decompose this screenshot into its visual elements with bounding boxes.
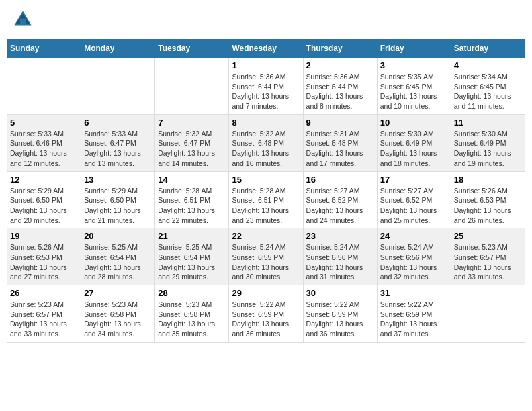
calendar-day [7, 58, 81, 115]
day-info: Sunrise: 5:31 AM Sunset: 6:48 PM Dayligh… [306, 129, 374, 169]
weekday-header: Saturday [451, 40, 525, 58]
day-info: Sunrise: 5:33 AM Sunset: 6:47 PM Dayligh… [84, 129, 152, 169]
calendar-day: 21Sunrise: 5:25 AM Sunset: 6:54 PM Dayli… [155, 228, 229, 285]
day-number: 30 [306, 288, 374, 298]
day-info: Sunrise: 5:26 AM Sunset: 6:53 PM Dayligh… [454, 186, 522, 226]
calendar-day: 27Sunrise: 5:23 AM Sunset: 6:58 PM Dayli… [81, 285, 155, 342]
day-info: Sunrise: 5:25 AM Sunset: 6:54 PM Dayligh… [84, 242, 152, 282]
svg-rect-2 [20, 19, 26, 24]
calendar-day: 26Sunrise: 5:23 AM Sunset: 6:57 PM Dayli… [7, 285, 81, 342]
day-number: 22 [232, 231, 300, 241]
day-number: 4 [454, 60, 522, 71]
calendar-day: 19Sunrise: 5:26 AM Sunset: 6:53 PM Dayli… [7, 228, 81, 285]
day-number: 19 [10, 231, 78, 241]
calendar-day: 22Sunrise: 5:24 AM Sunset: 6:55 PM Dayli… [229, 228, 303, 285]
weekday-header: Wednesday [229, 40, 303, 58]
calendar-table: SundayMondayTuesdayWednesdayThursdayFrid… [7, 39, 525, 342]
day-number: 2 [306, 60, 374, 71]
day-info: Sunrise: 5:25 AM Sunset: 6:54 PM Dayligh… [158, 242, 226, 282]
day-info: Sunrise: 5:23 AM Sunset: 6:58 PM Dayligh… [84, 300, 152, 339]
day-number: 6 [84, 118, 152, 128]
weekday-header: Monday [81, 40, 155, 58]
weekday-row: SundayMondayTuesdayWednesdayThursdayFrid… [7, 40, 525, 58]
day-number: 8 [232, 118, 300, 128]
calendar-day [451, 285, 525, 342]
calendar-body: 1Sunrise: 5:36 AM Sunset: 6:44 PM Daylig… [7, 58, 525, 342]
weekday-header: Tuesday [155, 40, 229, 58]
day-info: Sunrise: 5:36 AM Sunset: 6:44 PM Dayligh… [232, 72, 300, 111]
day-info: Sunrise: 5:24 AM Sunset: 6:56 PM Dayligh… [306, 242, 374, 282]
logo-icon [13, 10, 32, 29]
day-number: 18 [454, 175, 522, 185]
day-number: 1 [232, 60, 300, 71]
day-info: Sunrise: 5:29 AM Sunset: 6:50 PM Dayligh… [84, 186, 152, 226]
calendar-day: 2Sunrise: 5:36 AM Sunset: 6:44 PM Daylig… [303, 58, 377, 115]
day-number: 25 [454, 231, 522, 241]
day-info: Sunrise: 5:22 AM Sunset: 6:59 PM Dayligh… [232, 300, 300, 339]
day-number: 7 [158, 118, 226, 128]
calendar-day: 20Sunrise: 5:25 AM Sunset: 6:54 PM Dayli… [81, 228, 155, 285]
calendar-header: SundayMondayTuesdayWednesdayThursdayFrid… [7, 40, 525, 58]
day-number: 15 [232, 175, 300, 185]
calendar-day: 17Sunrise: 5:27 AM Sunset: 6:52 PM Dayli… [377, 171, 451, 228]
day-info: Sunrise: 5:34 AM Sunset: 6:45 PM Dayligh… [454, 72, 522, 111]
calendar-day: 24Sunrise: 5:24 AM Sunset: 6:56 PM Dayli… [377, 228, 451, 285]
day-info: Sunrise: 5:27 AM Sunset: 6:52 PM Dayligh… [306, 186, 374, 226]
calendar-day: 7Sunrise: 5:32 AM Sunset: 6:47 PM Daylig… [155, 114, 229, 171]
calendar-day: 16Sunrise: 5:27 AM Sunset: 6:52 PM Dayli… [303, 171, 377, 228]
day-number: 11 [454, 118, 522, 128]
day-info: Sunrise: 5:28 AM Sunset: 6:51 PM Dayligh… [232, 186, 300, 226]
day-number: 21 [158, 231, 226, 241]
day-info: Sunrise: 5:23 AM Sunset: 6:57 PM Dayligh… [454, 242, 522, 282]
day-info: Sunrise: 5:22 AM Sunset: 6:59 PM Dayligh… [380, 300, 448, 339]
calendar-day: 14Sunrise: 5:28 AM Sunset: 6:51 PM Dayli… [155, 171, 229, 228]
day-info: Sunrise: 5:27 AM Sunset: 6:52 PM Dayligh… [380, 186, 448, 226]
day-info: Sunrise: 5:32 AM Sunset: 6:48 PM Dayligh… [232, 129, 300, 169]
day-info: Sunrise: 5:33 AM Sunset: 6:46 PM Dayligh… [10, 129, 78, 169]
calendar-day: 30Sunrise: 5:22 AM Sunset: 6:59 PM Dayli… [303, 285, 377, 342]
calendar-day: 15Sunrise: 5:28 AM Sunset: 6:51 PM Dayli… [229, 171, 303, 228]
day-info: Sunrise: 5:35 AM Sunset: 6:45 PM Dayligh… [380, 72, 448, 111]
calendar-day: 1Sunrise: 5:36 AM Sunset: 6:44 PM Daylig… [229, 58, 303, 115]
day-info: Sunrise: 5:36 AM Sunset: 6:44 PM Dayligh… [306, 72, 374, 111]
logo [13, 10, 34, 29]
weekday-header: Sunday [7, 40, 81, 58]
day-number: 20 [84, 231, 152, 241]
day-info: Sunrise: 5:30 AM Sunset: 6:49 PM Dayligh… [380, 129, 448, 169]
day-info: Sunrise: 5:26 AM Sunset: 6:53 PM Dayligh… [10, 242, 78, 282]
day-number: 28 [158, 288, 226, 298]
day-number: 23 [306, 231, 374, 241]
day-info: Sunrise: 5:22 AM Sunset: 6:59 PM Dayligh… [306, 300, 374, 339]
calendar-day [81, 58, 155, 115]
day-number: 29 [232, 288, 300, 298]
calendar-week-row: 12Sunrise: 5:29 AM Sunset: 6:50 PM Dayli… [7, 171, 525, 228]
weekday-header: Thursday [303, 40, 377, 58]
calendar-day: 28Sunrise: 5:23 AM Sunset: 6:58 PM Dayli… [155, 285, 229, 342]
day-number: 13 [84, 175, 152, 185]
calendar-day: 29Sunrise: 5:22 AM Sunset: 6:59 PM Dayli… [229, 285, 303, 342]
calendar-day: 23Sunrise: 5:24 AM Sunset: 6:56 PM Dayli… [303, 228, 377, 285]
page-header [7, 7, 525, 32]
calendar-day: 8Sunrise: 5:32 AM Sunset: 6:48 PM Daylig… [229, 114, 303, 171]
calendar-day: 10Sunrise: 5:30 AM Sunset: 6:49 PM Dayli… [377, 114, 451, 171]
calendar-day: 5Sunrise: 5:33 AM Sunset: 6:46 PM Daylig… [7, 114, 81, 171]
day-info: Sunrise: 5:28 AM Sunset: 6:51 PM Dayligh… [158, 186, 226, 226]
day-number: 26 [10, 288, 78, 298]
calendar-day: 31Sunrise: 5:22 AM Sunset: 6:59 PM Dayli… [377, 285, 451, 342]
calendar-day: 11Sunrise: 5:30 AM Sunset: 6:49 PM Dayli… [451, 114, 525, 171]
calendar-day: 13Sunrise: 5:29 AM Sunset: 6:50 PM Dayli… [81, 171, 155, 228]
day-info: Sunrise: 5:30 AM Sunset: 6:49 PM Dayligh… [454, 129, 522, 169]
calendar-day: 6Sunrise: 5:33 AM Sunset: 6:47 PM Daylig… [81, 114, 155, 171]
day-number: 10 [380, 118, 448, 128]
day-number: 3 [380, 60, 448, 71]
day-number: 27 [84, 288, 152, 298]
calendar-week-row: 26Sunrise: 5:23 AM Sunset: 6:57 PM Dayli… [7, 285, 525, 342]
calendar-day: 12Sunrise: 5:29 AM Sunset: 6:50 PM Dayli… [7, 171, 81, 228]
calendar-day: 3Sunrise: 5:35 AM Sunset: 6:45 PM Daylig… [377, 58, 451, 115]
day-info: Sunrise: 5:32 AM Sunset: 6:47 PM Dayligh… [158, 129, 226, 169]
day-info: Sunrise: 5:23 AM Sunset: 6:58 PM Dayligh… [158, 300, 226, 339]
day-info: Sunrise: 5:29 AM Sunset: 6:50 PM Dayligh… [10, 186, 78, 226]
calendar-day [155, 58, 229, 115]
calendar-day: 4Sunrise: 5:34 AM Sunset: 6:45 PM Daylig… [451, 58, 525, 115]
day-number: 16 [306, 175, 374, 185]
